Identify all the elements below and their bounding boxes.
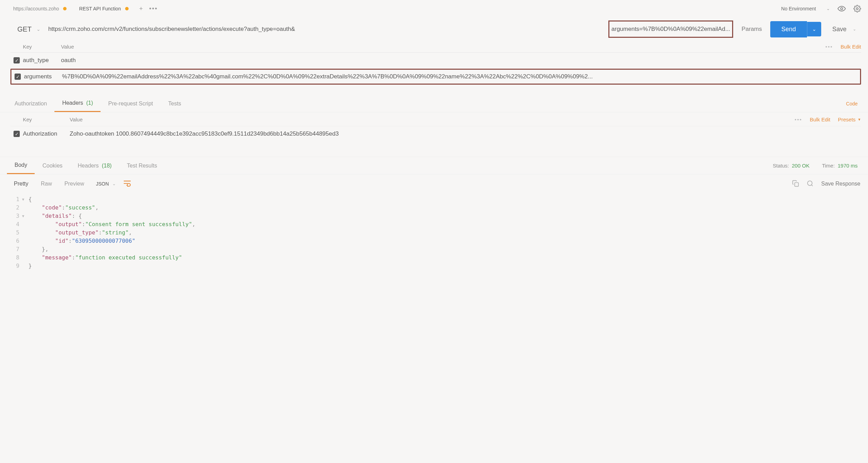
method-selector[interactable]: GET ⌄	[14, 21, 48, 37]
tab-bar: https://accounts.zoho REST API Function …	[0, 0, 868, 17]
unsaved-dot-icon	[125, 7, 129, 10]
url-input[interactable]: https://crm.zoho.com/crm/v2/functions/su…	[48, 21, 733, 37]
tab-response-headers[interactable]: Headers (18)	[70, 158, 119, 174]
header-key[interactable]: Authorization	[23, 130, 70, 137]
svg-rect-3	[795, 182, 799, 186]
checkbox-icon[interactable]: ✓	[14, 131, 20, 137]
tab-accounts[interactable]: https://accounts.zoho	[7, 0, 73, 17]
view-raw[interactable]: Raw	[35, 178, 58, 190]
search-icon[interactable]	[807, 180, 814, 188]
svg-point-0	[841, 8, 843, 10]
response-headers-count: (18)	[102, 163, 112, 169]
new-tab-button[interactable]: +	[135, 2, 147, 15]
url-highlight: arguments=%7B%0D%0A%09%22emailAd...	[608, 20, 734, 38]
save-button[interactable]: Save ⌄	[827, 26, 861, 33]
headers-count: (1)	[86, 100, 93, 106]
param-row-highlighted[interactable]: ✓ arguments %7B%0D%0A%09%22emailAddress%…	[10, 69, 861, 85]
response-tabs: Body Cookies Headers (18) Test Results S…	[0, 157, 868, 174]
request-tabs: Authorization Headers (1) Pre-request Sc…	[0, 95, 868, 112]
column-value: Value	[61, 44, 825, 50]
tab-headers[interactable]: Headers (1)	[54, 95, 101, 112]
tab-label: Headers	[62, 100, 83, 106]
bulk-edit-button[interactable]: Bulk Edit	[810, 117, 830, 122]
svg-point-1	[856, 8, 858, 10]
column-value: Value	[70, 117, 795, 122]
params-table: Key Value ••• Bulk Edit ✓ auth_type oaut…	[0, 41, 868, 89]
gear-icon[interactable]	[853, 5, 861, 12]
checkbox-icon[interactable]: ✓	[14, 57, 20, 63]
status-value: 200 OK	[792, 163, 809, 169]
eye-icon[interactable]	[837, 5, 846, 13]
chevron-down-icon: ⌄	[112, 181, 116, 186]
url-text: https://crm.zoho.com/crm/v2/functions/su…	[48, 26, 608, 33]
wrap-lines-icon[interactable]	[123, 180, 131, 188]
format-selector[interactable]: JSON ⌄	[96, 181, 116, 187]
checkbox-icon[interactable]: ✓	[15, 74, 21, 80]
code-link[interactable]: Code	[843, 96, 861, 111]
chevron-down-icon: ⌄	[36, 26, 41, 32]
param-row[interactable]: ✓ auth_type oauth	[10, 52, 861, 68]
tab-tests[interactable]: Tests	[160, 96, 189, 112]
environment-label: No Environment	[781, 6, 816, 11]
column-key: Key	[23, 44, 61, 50]
svg-point-4	[808, 181, 812, 185]
send-dropdown-button[interactable]: ⌄	[807, 22, 821, 36]
params-header-row: Key Value ••• Bulk Edit	[10, 41, 861, 52]
param-value[interactable]: %7B%0D%0A%09%22emailAddress%22%3A%22abc%…	[62, 73, 859, 80]
tab-rest-api[interactable]: REST API Function	[73, 0, 134, 17]
column-key: Key	[23, 117, 70, 122]
request-bar: GET ⌄ https://crm.zoho.com/crm/v2/functi…	[0, 17, 868, 41]
param-key[interactable]: arguments	[24, 73, 62, 80]
code-value: success	[69, 204, 92, 211]
output-value: Consent form sent successfully	[88, 221, 189, 228]
chevron-down-icon: ⌄	[826, 6, 830, 11]
header-value[interactable]: Zoho-oauthtoken 1000.8607494449c8bc1e392…	[70, 130, 861, 137]
header-row[interactable]: ✓ Authorization Zoho-oauthtoken 1000.860…	[10, 126, 861, 142]
more-icon[interactable]: •••	[825, 44, 833, 50]
message-value: function executed successfully	[79, 254, 179, 261]
svg-line-5	[811, 185, 813, 186]
time-label: Time:	[822, 163, 835, 169]
time-value: 1970 ms	[837, 163, 858, 169]
headers-header-row: Key Value ••• Bulk Edit Presets ▼	[10, 113, 861, 126]
status-label: Status:	[773, 163, 789, 169]
unsaved-dot-icon	[63, 7, 67, 10]
environment-selector[interactable]: No Environment ⌄	[781, 6, 830, 11]
tab-label: https://accounts.zoho	[13, 6, 59, 11]
output-type-value: string	[105, 229, 125, 236]
chevron-down-icon: ⌄	[853, 27, 856, 32]
response-body[interactable]: 1▾{ 2 "code": "success", 3▾ "details": {…	[0, 193, 868, 278]
id-value: 63095000000077006	[75, 238, 132, 244]
bulk-edit-button[interactable]: Bulk Edit	[841, 44, 861, 50]
param-key[interactable]: auth_type	[23, 57, 61, 64]
params-button[interactable]: Params	[733, 26, 770, 33]
body-toolbar: Pretty Raw Preview JSON ⌄ Save Response	[0, 174, 868, 193]
tab-options-button[interactable]: •••	[147, 2, 160, 15]
save-label: Save	[832, 26, 847, 33]
send-button[interactable]: Send	[770, 21, 807, 37]
view-pretty[interactable]: Pretty	[8, 178, 35, 190]
more-icon[interactable]: •••	[795, 117, 802, 122]
format-label: JSON	[96, 181, 109, 187]
response-meta: Status: 200 OK Time: 1970 ms	[769, 158, 861, 173]
tab-prerequest[interactable]: Pre-request Script	[101, 96, 160, 112]
tab-test-results[interactable]: Test Results	[119, 158, 165, 174]
tab-label: Headers	[78, 163, 98, 169]
presets-button[interactable]: Presets ▼	[838, 117, 861, 122]
save-response-button[interactable]: Save Response	[821, 181, 860, 187]
tab-body[interactable]: Body	[7, 157, 35, 174]
method-label: GET	[17, 25, 32, 33]
param-value[interactable]: oauth	[61, 57, 861, 64]
chevron-down-icon: ⌄	[812, 26, 816, 32]
headers-table: Key Value ••• Bulk Edit Presets ▼ ✓ Auth…	[0, 112, 868, 145]
tab-label: REST API Function	[79, 6, 121, 11]
view-preview[interactable]: Preview	[58, 178, 90, 190]
copy-icon[interactable]	[792, 180, 799, 188]
tab-cookies[interactable]: Cookies	[35, 158, 70, 174]
tab-authorization[interactable]: Authorization	[7, 96, 54, 112]
triangle-down-icon: ▼	[858, 118, 861, 121]
presets-label: Presets	[838, 117, 856, 122]
